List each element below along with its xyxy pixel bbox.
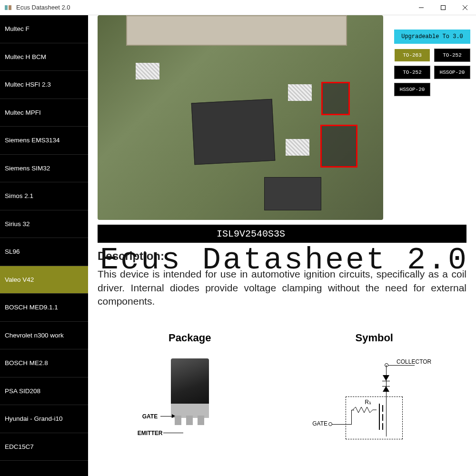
description-section: Description: This device is intended for… — [98, 248, 466, 308]
sidebar-item-label: Multec MPFI — [5, 109, 41, 116]
minimize-button[interactable] — [410, 0, 432, 15]
symbol-label-gate: GATE — [312, 420, 327, 427]
part-number-bar: ISL9V2540S3S — [98, 225, 466, 243]
app-icon — [4, 3, 12, 12]
sidebar-item[interactable]: PSA SID208 — [0, 377, 88, 406]
sidebar-item[interactable]: Siemens SIM32 — [0, 155, 88, 183]
sidebar-item-label: BOSCH MED9.1.1 — [5, 304, 58, 311]
sidebar-item[interactable]: Siemens EMS3134 — [0, 127, 88, 155]
pin-label-emitter: EMITTER — [138, 430, 163, 436]
sidebar-item[interactable]: SL96 — [0, 238, 88, 266]
symbol-heading: Symbol — [356, 332, 393, 344]
sidebar-item[interactable]: Simos 2.1 — [0, 182, 88, 210]
symbol-drawing: COLLECTOR R₁ — [312, 354, 436, 449]
svg-rect-1 — [9, 5, 11, 10]
sidebar-item[interactable]: Valeo V42 — [0, 266, 88, 294]
sidebar-item-label: PSA SID208 — [5, 387, 40, 395]
sidebar-item[interactable]: BOSCH MED9.1.1 — [0, 294, 88, 322]
package-symbol-row: Package GATE EMITTER Symbol COLLE — [98, 332, 466, 449]
pcb-image — [98, 15, 383, 220]
package-heading: Package — [169, 332, 211, 344]
pin-label-gate: GATE — [142, 413, 158, 420]
sidebar-item[interactable]: Multec MPFI — [0, 99, 88, 127]
sidebar-item-label: Multec H BCM — [5, 53, 46, 60]
sidebar-item-label: Simos 2.1 — [5, 192, 33, 199]
package-button[interactable]: TO-252 — [394, 66, 430, 79]
sidebar-item-label: SL96 — [5, 248, 20, 255]
package-button[interactable]: TO-252 — [434, 49, 470, 62]
window-titlebar: Ecus Datasheet 2.0 — [0, 0, 476, 15]
package-drawing: GATE EMITTER — [142, 354, 238, 439]
sidebar-item-label: Sirius 32 — [5, 220, 30, 228]
part-number: ISL9V2540S3S — [217, 228, 285, 239]
package-button[interactable]: HSSOP-20 — [394, 83, 430, 96]
sidebar-item[interactable]: Multec H BCM — [0, 43, 88, 71]
svg-rect-3 — [441, 5, 446, 10]
sidebar-item[interactable]: Multec F — [0, 15, 88, 43]
sidebar-item-label: Hyundai - Grand-i10 — [5, 415, 63, 422]
svg-rect-0 — [5, 5, 8, 10]
close-button[interactable] — [454, 0, 476, 15]
sidebar-item-label: Chevrolet n300 work — [5, 332, 64, 339]
main-content: Upgradeable To 3.0 TO-263TO-252TO-252HSS… — [88, 15, 476, 476]
maximize-button[interactable] — [432, 0, 454, 15]
component-highlight — [321, 82, 350, 115]
ecu-sidebar: Multec FMultec H BCMMultec HSFI 2.3Multe… — [0, 15, 88, 476]
description-heading: Description: — [98, 248, 466, 264]
package-button[interactable]: HSSOP-20 — [434, 66, 470, 79]
package-button[interactable]: TO-263 — [394, 49, 430, 62]
sidebar-item-label: Valeo V42 — [5, 276, 34, 283]
sidebar-item-label: Siemens SIM32 — [5, 165, 50, 172]
symbol-label-collector: COLLECTOR — [397, 358, 431, 365]
sidebar-item-label: Multec F — [5, 25, 30, 32]
window-controls — [410, 0, 476, 15]
description-body: This device is intended for use in autom… — [98, 268, 466, 308]
sidebar-item[interactable]: Hyundai - Grand-i10 — [0, 405, 88, 433]
component-highlight — [320, 125, 357, 168]
symbol-label-r1: R₁ — [365, 399, 371, 406]
sidebar-item-label: Multec HSFI 2.3 — [5, 81, 51, 88]
sidebar-item[interactable]: Sirius 32 — [0, 210, 88, 238]
sidebar-item[interactable]: Multec HSFI 2.3 — [0, 71, 88, 99]
sidebar-item[interactable]: EDC15C7 — [0, 433, 88, 461]
sidebar-item[interactable]: BOSCH ME2.8 — [0, 349, 88, 377]
sidebar-item[interactable]: Chevrolet n300 work — [0, 322, 88, 350]
sidebar-item-label: EDC15C7 — [5, 443, 34, 450]
window-title: Ecus Datasheet 2.0 — [16, 4, 70, 11]
sidebar-item-label: Siemens EMS3134 — [5, 137, 60, 144]
package-panel: Upgradeable To 3.0 TO-263TO-252TO-252HSS… — [394, 30, 470, 96]
sidebar-item-label: BOSCH ME2.8 — [5, 359, 48, 367]
upgrade-banner[interactable]: Upgradeable To 3.0 — [394, 30, 470, 44]
